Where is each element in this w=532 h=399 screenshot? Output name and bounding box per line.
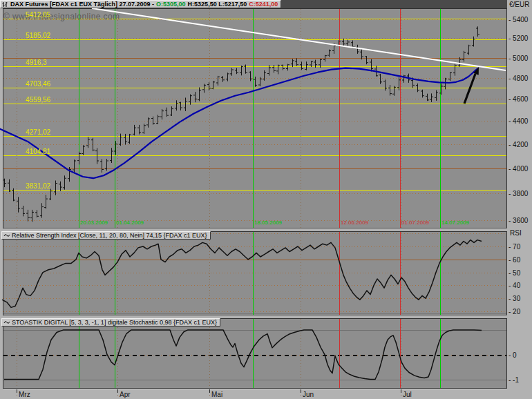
price-tick-label: - 4800 xyxy=(509,75,528,82)
wave-icon xyxy=(3,233,10,238)
price-axis-title: €/EUR xyxy=(509,1,529,8)
price-tick-label: - 4200 xyxy=(509,141,528,148)
price-tick-label: - 4600 xyxy=(509,95,528,103)
month-label: Jun xyxy=(303,391,314,398)
rsi-tick-label: - 30 xyxy=(509,295,520,302)
level-label: 5412,05 xyxy=(26,11,50,19)
month-label: Mrz xyxy=(19,391,30,398)
event-date-label: 20.03.2009 xyxy=(80,220,108,226)
time-axis-strip[interactable] xyxy=(0,389,507,399)
stoch-panel[interactable] xyxy=(3,318,507,389)
price-tick-label: - 3600 xyxy=(509,217,528,224)
title-open-value: O:5305,00 xyxy=(156,1,186,8)
price-tick-label: - 5400 xyxy=(509,16,528,23)
price-tick-label: - 5200 xyxy=(509,35,528,42)
rsi-tick-label: - 40 xyxy=(509,282,520,289)
event-date-label: 18.05.2009 xyxy=(254,220,282,226)
event-date-label: 01.07.2009 xyxy=(401,220,429,226)
price-tick-label: - 4000 xyxy=(509,165,528,173)
rsi-header[interactable]: Relative Strength Index [Close, 11, 20, … xyxy=(1,231,211,240)
chart-icon xyxy=(2,1,8,8)
title-text: DAX Futures [FDAX c1 EUX Täglich] 27.07.… xyxy=(10,1,154,8)
rsi-axis-title: RSI xyxy=(510,229,522,237)
event-date-label: 12.06.2009 xyxy=(341,220,368,226)
stoch-header[interactable]: STOASTIK DIGITAL [5, 3, 3, -1, 1] digita… xyxy=(1,318,220,327)
stoch-header-label: STOASTIK DIGITAL [5, 3, 3, -1, 1] digita… xyxy=(12,319,217,326)
price-tick-label: - 5000 xyxy=(509,55,528,62)
level-label: 4703,46 xyxy=(26,80,50,88)
month-label: Mai xyxy=(211,391,222,398)
stoch-tick-label: - 0 xyxy=(509,351,517,359)
month-label: Jul xyxy=(403,391,412,398)
watermark: © www.tradesignalonline.com xyxy=(3,12,120,21)
level-label: 4104,81 xyxy=(26,148,50,155)
rsi-panel[interactable] xyxy=(3,231,507,315)
level-label: 5185,02 xyxy=(26,32,50,39)
app-window: © www.tradesignalonline.com DAX Futures … xyxy=(0,0,532,399)
stoch-tick-label: - -1 xyxy=(509,376,519,384)
rsi-tick-label: - 50 xyxy=(509,269,520,277)
level-label: 4559,56 xyxy=(26,96,50,104)
month-label: Apr xyxy=(120,391,131,398)
level-label: 4916,3 xyxy=(26,59,47,66)
wave-icon xyxy=(3,320,10,325)
event-date-label: 14.07.2009 xyxy=(441,220,469,226)
chart-title-bar[interactable]: DAX Futures [FDAX c1 EUX Täglich] 27.07.… xyxy=(0,0,281,8)
level-label: 3831,02 xyxy=(26,182,50,190)
rsi-tick-label: - 60 xyxy=(509,256,520,264)
title-high-low-value: H:5325,50 L:5217,50 xyxy=(188,1,247,8)
rsi-tick-label: - 20 xyxy=(509,308,520,315)
event-date-label: 01.04.2009 xyxy=(116,220,144,226)
rsi-header-label: Relative Strength Index [Close, 11, 20, … xyxy=(12,232,207,239)
title-close-value: C:5241,00 xyxy=(249,1,278,8)
price-tick-label: - 3800 xyxy=(509,190,528,197)
price-tick-label: - 4400 xyxy=(509,117,528,125)
rsi-tick-label: - 70 xyxy=(509,243,520,251)
price-panel[interactable] xyxy=(3,8,507,228)
level-label: 4271,02 xyxy=(26,128,50,136)
